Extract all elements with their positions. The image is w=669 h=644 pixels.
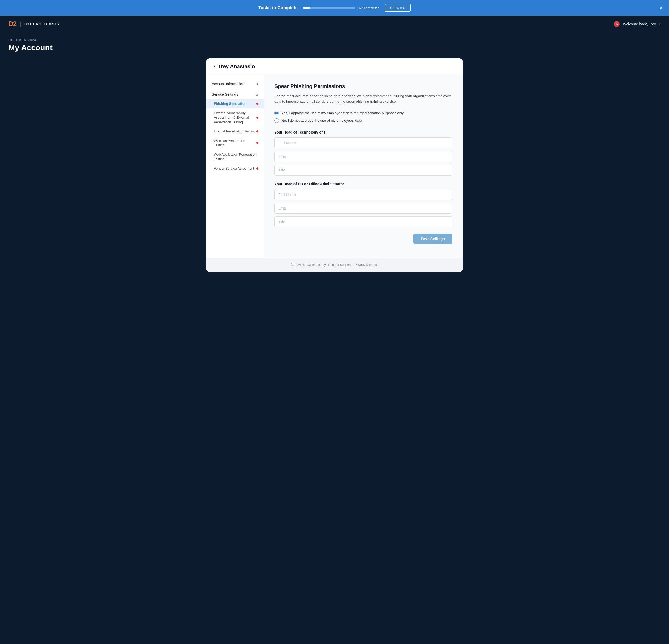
logo-text: CYBERSECURITY <box>24 22 60 26</box>
sidebar-service-chevron: ∧ <box>256 92 258 96</box>
sidebar-item-label: Vendor Service Agreement <box>214 166 256 171</box>
logo: D2 | CYBERSECURITY <box>8 20 60 28</box>
sidebar-item-dot <box>256 142 258 144</box>
form-fields-hr <box>274 189 452 227</box>
logo-divider: | <box>19 20 21 27</box>
progress-text: 1/7 completed <box>358 6 380 10</box>
sidebar-item-web-app-pen-testing[interactable]: Web Application Penetration Testing <box>207 150 264 164</box>
site-header: D2 | CYBERSECURITY 6 Welcome back, Trey … <box>0 16 669 32</box>
sidebar-item-label: Internal Penetration Testing <box>214 129 256 134</box>
main-content: Spear Phishing Permissions For the most … <box>264 75 462 258</box>
show-me-button[interactable]: Show me <box>385 4 411 12</box>
sidebar-item-dot <box>256 103 258 105</box>
form-section-title-tech: Your Head of Technology or IT <box>274 130 452 134</box>
radio-group: Yes, I approve the use of my employees' … <box>274 111 452 123</box>
back-arrow[interactable]: ‹ <box>214 64 215 69</box>
sidebar-section-service: Service Settings ∧ Phishing Simulation E… <box>207 90 264 173</box>
sidebar: Account Information ▾ Service Settings ∧… <box>207 75 264 258</box>
sidebar-item-label: Web Application Penetration Testing <box>214 152 258 161</box>
radio-no-label: No, I do not approve the use of my emplo… <box>282 119 362 123</box>
sidebar-item-phishing-simulation[interactable]: Phishing Simulation <box>207 99 264 109</box>
tech-title-input[interactable] <box>274 164 452 175</box>
sidebar-item-dot <box>256 116 258 119</box>
hr-email-input[interactable] <box>274 203 452 214</box>
header-right: 6 Welcome back, Trey ▾ <box>614 21 661 27</box>
banner-title: Tasks to Complete <box>258 5 298 11</box>
sidebar-item-dot <box>256 130 258 132</box>
notification-badge[interactable]: 6 <box>614 21 620 27</box>
card-header: ‹ Trey Anastasio <box>207 58 462 75</box>
form-fields-tech <box>274 138 452 175</box>
sidebar-item-dot <box>256 168 258 170</box>
sidebar-item-internal-pen-testing[interactable]: Internal Penetration Testing <box>207 127 264 136</box>
progress-bar-fill <box>303 7 311 9</box>
main-card: ‹ Trey Anastasio Account Information ▾ S… <box>207 58 462 272</box>
sidebar-account-label: Account Information <box>212 82 244 86</box>
card-user-name: Trey Anastasio <box>218 63 255 70</box>
content-title: Spear Phishing Permissions <box>274 83 452 89</box>
content-description: For the most accurate spear phishing dat… <box>274 94 452 104</box>
sidebar-item-wireless-pen-testing[interactable]: Wireless Penetration Testing <box>207 136 264 150</box>
sidebar-service-settings[interactable]: Service Settings ∧ <box>207 90 264 99</box>
radio-yes-input[interactable] <box>274 111 279 115</box>
sidebar-item-label: Wireless Penetration Testing <box>214 139 256 148</box>
sidebar-items-list: Phishing Simulation External Vulnerabili… <box>207 99 264 173</box>
radio-no-input[interactable] <box>274 118 279 123</box>
progress-bar-container: 1/7 completed <box>303 6 380 10</box>
tech-email-input[interactable] <box>274 151 452 162</box>
user-menu-chevron[interactable]: ▾ <box>659 22 661 26</box>
page-body: OCTOBER 2024 My Account ‹ Trey Anastasio… <box>0 32 669 636</box>
banner-close-button[interactable]: × <box>659 5 663 11</box>
progress-bar-track <box>303 7 355 9</box>
sidebar-account-information[interactable]: Account Information ▾ <box>207 79 264 89</box>
sidebar-item-external-vulnerability[interactable]: External Vulnerability Assessment & Exte… <box>207 109 264 127</box>
outer-footer <box>0 636 669 644</box>
footer-privacy[interactable]: Privacy & terms <box>355 263 377 267</box>
sidebar-item-label: Phishing Simulation <box>214 101 256 106</box>
radio-option-yes[interactable]: Yes, I approve the use of my employees' … <box>274 111 452 115</box>
sidebar-section-account: Account Information ▾ <box>207 79 264 89</box>
logo-d2: D2 <box>8 20 16 28</box>
site-footer: © 2024 D2 Cybersecurity Contact Support … <box>207 258 462 272</box>
save-settings-button[interactable]: Save Settings <box>413 233 452 244</box>
sidebar-account-chevron: ▾ <box>257 82 258 86</box>
footer-copyright: © 2024 D2 Cybersecurity <box>290 263 326 267</box>
sidebar-item-vendor-service[interactable]: Vendor Service Agreement <box>207 164 264 173</box>
radio-yes-label: Yes, I approve the use of my employees' … <box>282 111 404 115</box>
sidebar-item-label: External Vulnerability Assessment & Exte… <box>214 111 256 125</box>
footer-contact[interactable]: Contact Support <box>328 263 351 267</box>
radio-option-no[interactable]: No, I do not approve the use of my emplo… <box>274 118 452 123</box>
top-banner: Tasks to Complete 1/7 completed Show me … <box>0 0 669 16</box>
sidebar-service-label: Service Settings <box>212 92 238 96</box>
card-content: Account Information ▾ Service Settings ∧… <box>207 75 462 258</box>
save-button-row: Save Settings <box>274 233 452 244</box>
welcome-text: Welcome back, Trey <box>623 22 656 26</box>
form-section-title-hr: Your Head of HR or Office Administrator <box>274 182 452 186</box>
hr-title-input[interactable] <box>274 216 452 227</box>
page-date: OCTOBER 2024 <box>8 39 661 42</box>
tech-full-name-input[interactable] <box>274 138 452 148</box>
page-title: My Account <box>8 43 661 52</box>
hr-full-name-input[interactable] <box>274 189 452 200</box>
